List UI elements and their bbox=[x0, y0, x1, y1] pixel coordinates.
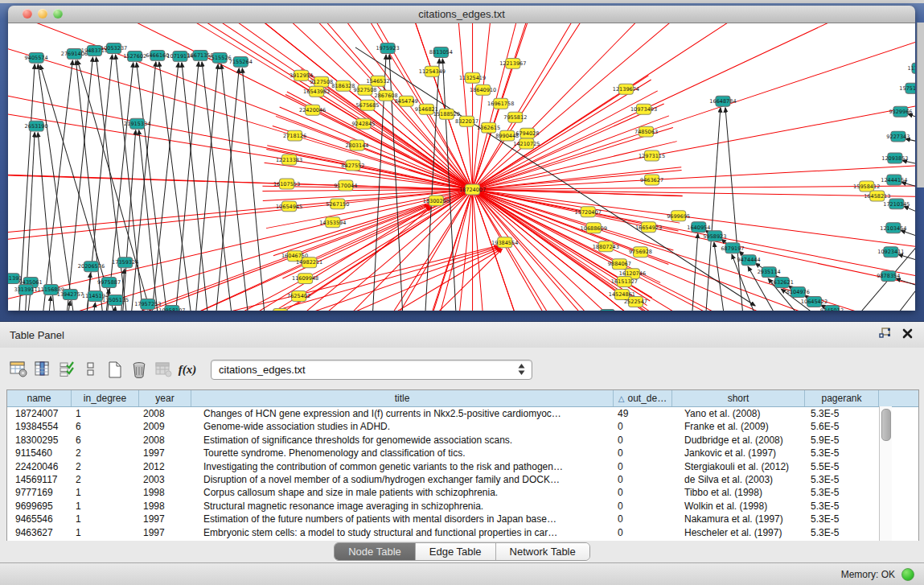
close-icon[interactable] bbox=[902, 328, 913, 342]
cell-year[interactable]: 2008 bbox=[139, 407, 191, 420]
cell-pagerank[interactable]: 5.3E-5 bbox=[805, 473, 879, 486]
cell-year[interactable]: 1997 bbox=[139, 526, 191, 539]
cell-title[interactable]: Disruption of a novel member of a sodium… bbox=[191, 473, 614, 486]
cell-short[interactable]: Yano et al. (2008) bbox=[672, 407, 805, 420]
cell-out_degree[interactable]: 0 bbox=[614, 420, 672, 433]
table-row[interactable]: 946554611997Estimation of the future num… bbox=[7, 513, 918, 525]
network-window-titlebar[interactable]: citations_edges.txt bbox=[8, 6, 915, 23]
cell-pagerank[interactable]: 5.3E-5 bbox=[805, 526, 879, 539]
cell-in_degree[interactable]: 2 bbox=[72, 447, 139, 459]
cell-short[interactable]: Hescheler et al. (1997) bbox=[672, 526, 805, 539]
cell-out_degree[interactable]: 0 bbox=[614, 434, 672, 447]
column-header-pagerank[interactable]: pagerank bbox=[805, 390, 879, 406]
table-row[interactable]: 1456911722003Disruption of a novel membe… bbox=[7, 473, 918, 486]
column-header-year[interactable]: year bbox=[139, 390, 191, 406]
cell-year[interactable]: 2012 bbox=[139, 460, 191, 473]
cell-title[interactable]: Embryonic stem cells: a model to study s… bbox=[191, 526, 614, 539]
cell-out_degree[interactable]: 0 bbox=[614, 513, 672, 525]
new-table-icon[interactable] bbox=[103, 357, 127, 381]
cell-out_degree[interactable]: 0 bbox=[614, 473, 672, 486]
cell-name[interactable]: 18300295 bbox=[7, 434, 72, 447]
cell-name[interactable]: 9463627 bbox=[7, 526, 72, 539]
cell-in_degree[interactable]: 1 bbox=[72, 486, 139, 499]
cell-pagerank[interactable]: 5.3E-5 bbox=[805, 447, 879, 459]
cell-name[interactable]: 9777169 bbox=[7, 486, 72, 499]
cell-short[interactable]: Dudbridge et al. (2008) bbox=[672, 434, 805, 447]
cell-out_degree[interactable]: 0 bbox=[614, 447, 672, 459]
cell-year[interactable]: 1997 bbox=[139, 447, 191, 459]
rows-icon[interactable] bbox=[79, 357, 103, 381]
cell-title[interactable]: Changes of HCN gene expression and I(f) … bbox=[191, 407, 614, 420]
cell-name[interactable]: 22420046 bbox=[7, 460, 72, 473]
cell-title[interactable]: Genome-wide association studies in ADHD. bbox=[191, 420, 614, 433]
cell-in_degree[interactable]: 2 bbox=[72, 473, 139, 486]
select-rows-icon[interactable] bbox=[55, 357, 79, 381]
cell-year[interactable]: 1998 bbox=[139, 500, 191, 513]
table-row[interactable]: 946362711997Embryonic stem cells: a mode… bbox=[7, 526, 918, 539]
cell-title[interactable]: Investigating the contribution of common… bbox=[191, 460, 614, 473]
cell-out_degree[interactable]: 49 bbox=[614, 407, 672, 420]
cell-pagerank[interactable]: 5.9E-5 bbox=[805, 434, 879, 447]
table-row[interactable]: 1830029562008Estimation of significance … bbox=[7, 434, 918, 447]
cell-out_degree[interactable]: 0 bbox=[614, 500, 672, 513]
column-header-title[interactable]: title bbox=[191, 390, 614, 406]
cell-short[interactable]: Tibbo et al. (1998) bbox=[672, 486, 805, 499]
cell-pagerank[interactable]: 5.3E-5 bbox=[805, 486, 879, 499]
cell-name[interactable]: 9465546 bbox=[7, 513, 72, 525]
cell-in_degree[interactable]: 6 bbox=[72, 434, 139, 447]
cell-short[interactable]: Jankovic et al. (1997) bbox=[672, 447, 805, 459]
cell-pagerank[interactable]: 5.3E-5 bbox=[805, 407, 879, 420]
memory-status-icon[interactable] bbox=[901, 568, 914, 581]
cell-year[interactable]: 1998 bbox=[139, 486, 191, 499]
cell-in_degree[interactable]: 2 bbox=[72, 460, 139, 473]
float-icon[interactable] bbox=[879, 328, 891, 342]
cell-year[interactable]: 2008 bbox=[139, 434, 191, 447]
cell-out_degree[interactable]: 0 bbox=[614, 486, 672, 499]
scrollbar-thumb[interactable] bbox=[881, 409, 891, 441]
cell-year[interactable]: 1997 bbox=[139, 513, 191, 525]
table-row[interactable]: 2242004622012Investigating the contribut… bbox=[7, 460, 918, 473]
import-table-icon[interactable] bbox=[151, 357, 175, 381]
citation-network-graph[interactable]: 1872400718300295193845543912954912750816… bbox=[8, 23, 915, 311]
cell-title[interactable]: Estimation of significance thresholds fo… bbox=[191, 434, 614, 447]
tab-node-table[interactable]: Node Table bbox=[335, 543, 416, 560]
table-row[interactable]: 969969511998Structural magnetic resonanc… bbox=[7, 500, 918, 513]
cell-pagerank[interactable]: 5.3E-5 bbox=[805, 513, 879, 525]
cell-title[interactable]: Estimation of the future numbers of pati… bbox=[191, 513, 614, 525]
column-header-name[interactable]: name bbox=[7, 390, 72, 406]
table-selector-dropdown[interactable]: citations_edges.txt bbox=[211, 360, 532, 380]
cell-short[interactable]: de Silva et al. (2003) bbox=[672, 473, 805, 486]
table-settings-icon[interactable] bbox=[6, 357, 31, 381]
cell-title[interactable]: Tourette syndrome. Phenomenology and cla… bbox=[191, 447, 614, 459]
delete-table-icon[interactable] bbox=[127, 357, 151, 381]
cell-name[interactable]: 18724007 bbox=[7, 407, 72, 420]
cell-title[interactable]: Corpus callosum shape and size in male p… bbox=[191, 486, 614, 499]
cell-in_degree[interactable]: 1 bbox=[72, 500, 139, 513]
column-header-in_degree[interactable]: in_degree bbox=[72, 390, 139, 406]
table-row[interactable]: 1938455462009Genome-wide association stu… bbox=[7, 420, 918, 433]
cell-short[interactable]: Franke et al. (2009) bbox=[672, 420, 805, 433]
graph-node[interactable] bbox=[600, 310, 614, 311]
cell-pagerank[interactable]: 5.3E-5 bbox=[805, 500, 879, 513]
table-row[interactable]: 1872400712008Changes of HCN gene express… bbox=[7, 407, 918, 420]
cell-title[interactable]: Structural magnetic resonance image aver… bbox=[191, 500, 614, 513]
cell-name[interactable]: 9115460 bbox=[7, 447, 72, 459]
column-icon[interactable] bbox=[31, 357, 55, 381]
cell-short[interactable]: Nakamura et al. (1997) bbox=[672, 513, 805, 525]
cell-in_degree[interactable]: 1 bbox=[72, 407, 139, 420]
cell-out_degree[interactable]: 0 bbox=[614, 526, 672, 539]
cell-in_degree[interactable]: 1 bbox=[72, 513, 139, 525]
cell-in_degree[interactable]: 6 bbox=[72, 420, 139, 433]
network-canvas[interactable]: 1872400718300295193845543912954912750816… bbox=[8, 23, 915, 311]
table-vertical-scrollbar[interactable] bbox=[879, 406, 892, 542]
column-header-out_degree[interactable]: △out_de… bbox=[614, 390, 672, 406]
column-header-short[interactable]: short bbox=[672, 390, 805, 406]
cell-pagerank[interactable]: 5.6E-5 bbox=[805, 420, 879, 433]
cell-in_degree[interactable]: 1 bbox=[72, 526, 139, 539]
cell-pagerank[interactable]: 5.5E-5 bbox=[805, 460, 879, 473]
cell-year[interactable]: 2003 bbox=[139, 473, 191, 486]
function-icon[interactable]: f(x) bbox=[175, 357, 199, 381]
cell-name[interactable]: 9699695 bbox=[7, 500, 72, 513]
cell-out_degree[interactable]: 0 bbox=[614, 460, 672, 473]
cell-name[interactable]: 19384554 bbox=[7, 420, 72, 433]
